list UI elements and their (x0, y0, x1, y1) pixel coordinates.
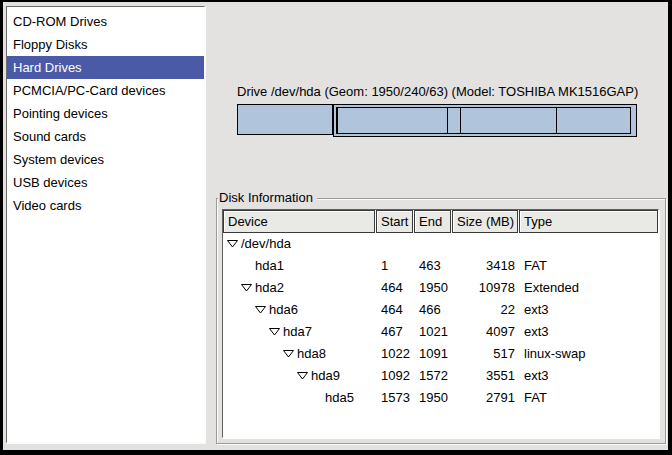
sidebar-item-sound-cards[interactable]: Sound cards (7, 125, 204, 148)
column-header-size-mb[interactable]: Size (MB) (452, 210, 518, 233)
device-cell: hda9 (223, 365, 376, 387)
table-row-hda7[interactable]: hda746710214097ext3 (223, 321, 658, 343)
expander-open-icon[interactable] (255, 299, 266, 321)
device-cell: hda7 (223, 321, 376, 343)
sidebar-item-usb-devices[interactable]: USB devices (7, 171, 204, 194)
type-cell: FAT (519, 387, 658, 409)
start-cell: 464 (376, 277, 414, 299)
partition-segment-hda2-extended (333, 104, 638, 137)
column-header-device[interactable]: Device (223, 210, 375, 233)
table-row-hda2[interactable]: hda2464195010978Extended (223, 277, 658, 299)
end-cell: 1572 (414, 365, 452, 387)
expander-open-icon[interactable] (297, 365, 308, 387)
device-category-list: CD-ROM DrivesFloppy DisksHard DrivesPCMC… (6, 6, 205, 443)
disk-information-frame: Disk Information DeviceStartEndSize (MB)… (216, 198, 666, 444)
start-cell: 467 (376, 321, 414, 343)
table-row-hda5[interactable]: hda5157319502791FAT (223, 387, 658, 409)
type-cell: ext3 (519, 321, 658, 343)
table-row-dev-hda[interactable]: /dev/hda (223, 233, 658, 255)
device-cell: hda5 (223, 387, 376, 409)
device-label: hda7 (283, 324, 312, 339)
table-row-hda8[interactable]: hda810221091517linux-swap (223, 343, 658, 365)
type-cell: ext3 (519, 299, 658, 321)
table-row-hda1[interactable]: hda114633418FAT (223, 255, 658, 277)
start-cell: 1573 (376, 387, 414, 409)
end-cell: 463 (414, 255, 452, 277)
end-cell: 1091 (414, 343, 452, 365)
table-row-hda6[interactable]: hda646446622ext3 (223, 299, 658, 321)
column-header-start[interactable]: Start (376, 210, 413, 233)
partition-segment-hda9 (460, 107, 557, 134)
start-cell: 464 (376, 299, 414, 321)
type-cell: FAT (519, 255, 658, 277)
start-cell (376, 233, 414, 255)
sidebar-item-hard-drives[interactable]: Hard Drives (7, 56, 204, 79)
start-cell: 1 (376, 255, 414, 277)
partition-segment-hda7 (337, 107, 448, 134)
type-cell: ext3 (519, 365, 658, 387)
device-label: hda9 (311, 368, 340, 383)
partition-segment-hda5 (556, 107, 632, 134)
device-label: hda8 (297, 346, 326, 361)
expander-open-icon[interactable] (227, 233, 238, 255)
end-cell: 1950 (414, 387, 452, 409)
device-label: hda6 (269, 302, 298, 317)
sidebar-item-floppy-disks[interactable]: Floppy Disks (7, 33, 204, 56)
partition-segment-hda8 (447, 107, 461, 134)
table-header-row: DeviceStartEndSize (MB)Type (223, 210, 658, 233)
column-header-type[interactable]: Type (519, 210, 658, 233)
start-cell: 1022 (376, 343, 414, 365)
device-label: hda1 (255, 258, 284, 273)
expander-open-icon[interactable] (241, 277, 252, 299)
size-cell: 22 (452, 299, 519, 321)
expander-open-icon[interactable] (283, 343, 294, 365)
sidebar-item-system-devices[interactable]: System devices (7, 148, 204, 171)
size-cell: 3551 (452, 365, 519, 387)
size-cell: 517 (452, 343, 519, 365)
table-row-hda9[interactable]: hda9109215723551ext3 (223, 365, 658, 387)
size-cell: 2791 (452, 387, 519, 409)
expander-open-icon[interactable] (269, 321, 280, 343)
sidebar-item-pcmcia-pc-card-devices[interactable]: PCMCIA/PC-Card devices (7, 79, 204, 102)
sidebar-item-video-cards[interactable]: Video cards (7, 194, 204, 217)
device-label: /dev/hda (241, 236, 291, 251)
sidebar-item-cd-rom-drives[interactable]: CD-ROM Drives (7, 10, 204, 33)
disk-information-label: Disk Information (218, 190, 317, 206)
size-cell: 4097 (452, 321, 519, 343)
type-cell: linux-swap (519, 343, 658, 365)
disk-information-table: DeviceStartEndSize (MB)Type /dev/hdahda1… (222, 209, 659, 438)
end-cell: 466 (414, 299, 452, 321)
device-cell: /dev/hda (223, 233, 376, 255)
device-label: hda5 (325, 390, 354, 405)
column-header-end[interactable]: End (414, 210, 451, 233)
start-cell: 1092 (376, 365, 414, 387)
device-cell: hda8 (223, 343, 376, 365)
size-cell: 3418 (452, 255, 519, 277)
table-body: /dev/hdahda114633418FAThda2464195010978E… (223, 233, 658, 409)
type-cell (519, 233, 658, 255)
size-cell (452, 233, 519, 255)
partition-bar (237, 104, 637, 135)
end-cell: 1021 (414, 321, 452, 343)
end-cell: 1950 (414, 277, 452, 299)
hardware-browser-window: CD-ROM DrivesFloppy DisksHard DrivesPCMC… (0, 0, 672, 455)
size-cell: 10978 (452, 277, 519, 299)
end-cell (414, 233, 452, 255)
partition-segment-hda1 (238, 105, 333, 134)
device-cell: hda1 (223, 255, 376, 277)
drive-title: Drive /dev/hda (Geom: 1950/240/63) (Mode… (237, 84, 637, 99)
sidebar-item-pointing-devices[interactable]: Pointing devices (7, 102, 204, 125)
type-cell: Extended (519, 277, 658, 299)
device-cell: hda2 (223, 277, 376, 299)
device-label: hda2 (255, 280, 284, 295)
device-cell: hda6 (223, 299, 376, 321)
